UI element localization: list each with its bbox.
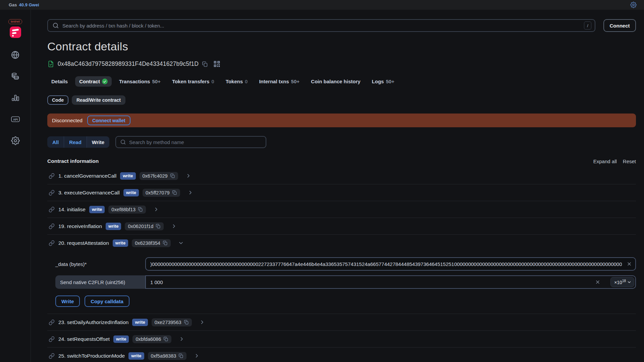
chevron-right-icon[interactable]	[188, 190, 193, 195]
tab-details[interactable]: Details	[47, 76, 72, 87]
tab-contract[interactable]: Contract	[75, 76, 112, 87]
tab-internal-txns[interactable]: Internal txns50+	[255, 76, 304, 87]
globe-icon	[11, 50, 20, 59]
copy-selector-icon[interactable]	[172, 190, 177, 195]
link-icon[interactable]	[49, 319, 55, 325]
sidebar-item-blockchain[interactable]	[8, 48, 23, 61]
chevron-down-icon[interactable]	[178, 240, 183, 245]
method-row-requestAttestation: 20. requestAttestation write 0x6238f354 …	[47, 235, 636, 314]
tab-logs[interactable]: Logs50+	[368, 76, 398, 87]
method-selector: 0xef88bf13	[108, 206, 146, 214]
chevron-down-icon	[627, 280, 631, 284]
data-field-input[interactable]	[145, 257, 636, 271]
sidebar-item-settings[interactable]	[8, 134, 23, 147]
copy-address-icon[interactable]	[202, 61, 208, 67]
method-header[interactable]: 14. initialise write 0xef88bf13	[47, 201, 636, 218]
copy-calldata-button[interactable]: Copy calldata	[85, 296, 129, 307]
expand-all-link[interactable]: Expand all	[593, 159, 617, 164]
method-selector: 0x67fc4029	[140, 172, 178, 180]
write-badge: write	[132, 319, 148, 326]
wallet-status-banner: Disconnected Connect wallet	[47, 114, 636, 127]
copy-selector-icon[interactable]	[163, 336, 168, 342]
filter-all[interactable]: All	[47, 136, 64, 148]
method-header[interactable]: 24. setRequestsOffset write 0xbfda6086	[47, 331, 636, 347]
write-badge: write	[128, 352, 144, 360]
method-type-filter: All Read Write	[47, 136, 109, 148]
global-search-input[interactable]	[62, 23, 584, 29]
gas-label: Gas	[9, 2, 17, 7]
flare-logo[interactable]	[10, 27, 21, 38]
method-header[interactable]: 23. setDailyAuthorizedInflation write 0x…	[47, 314, 636, 330]
chevron-right-icon[interactable]	[154, 207, 159, 212]
subtab-read-write[interactable]: Read/Write contract	[72, 95, 125, 105]
link-icon[interactable]	[49, 207, 55, 213]
write-badge: write	[113, 239, 128, 247]
reset-link[interactable]: Reset	[623, 159, 636, 164]
method-header[interactable]: 1. cancelGovernanceCall write 0x67fc4029	[47, 168, 636, 184]
method-search[interactable]	[115, 136, 266, 148]
copy-selector-icon[interactable]	[156, 224, 161, 229]
sidebar-item-charts[interactable]	[8, 91, 23, 104]
method-search-input[interactable]	[129, 139, 262, 145]
method-selector: 0xbfda6086	[132, 335, 171, 343]
link-icon[interactable]	[49, 240, 55, 246]
settings-gear-icon[interactable]	[630, 2, 637, 8]
write-badge: write	[120, 172, 136, 180]
qr-code-icon[interactable]	[213, 60, 220, 67]
chevron-right-icon[interactable]	[171, 224, 176, 229]
method-header[interactable]: 3. executeGovernanceCall write 0x5ff2707…	[47, 184, 636, 201]
global-search[interactable]: /	[47, 19, 595, 32]
contract-verified-check-icon	[102, 79, 108, 84]
tab-coin-balance-history[interactable]: Coin balance history	[307, 76, 365, 87]
method-actions: Write Copy calldata	[55, 296, 636, 307]
chevron-right-icon[interactable]	[194, 353, 199, 358]
tab-transactions[interactable]: Transactions50+	[115, 76, 165, 87]
chevron-right-icon[interactable]	[186, 173, 191, 178]
clear-input-icon[interactable]	[627, 261, 632, 267]
contract-subtabs: Code Read/Write contract	[47, 95, 636, 105]
link-icon[interactable]	[49, 336, 55, 342]
connect-button[interactable]: Connect	[603, 19, 636, 32]
write-badge: write	[106, 223, 121, 230]
write-button[interactable]: Write	[55, 296, 80, 307]
search-icon	[120, 139, 126, 145]
method-header[interactable]: 25. switchToProductionMode write 0xf5a98…	[47, 348, 636, 362]
filter-write[interactable]: Write	[87, 136, 109, 148]
copy-selector-icon[interactable]	[163, 240, 168, 245]
copy-selector-icon[interactable]	[178, 353, 183, 358]
native-value-label: Send native C2FLR (uint256)	[55, 275, 145, 289]
sidebar-item-api[interactable]: API	[8, 112, 23, 126]
method-selector: 0xe2739563	[152, 318, 192, 326]
link-icon[interactable]	[49, 353, 55, 359]
sidebar-item-tokens[interactable]	[8, 70, 23, 83]
page-title: Contract details	[47, 40, 636, 53]
api-icon: API	[10, 115, 20, 124]
write-badge: write	[89, 206, 105, 213]
link-icon[interactable]	[49, 190, 55, 196]
chevron-right-icon[interactable]	[200, 320, 205, 325]
subtab-code[interactable]: Code	[47, 95, 68, 105]
copy-selector-icon[interactable]	[184, 320, 189, 325]
copy-selector-icon[interactable]	[170, 173, 175, 178]
gas-value: 40.9 Gwei	[19, 2, 39, 7]
chevron-right-icon[interactable]	[179, 336, 184, 342]
copy-selector-icon[interactable]	[138, 207, 143, 212]
method-header[interactable]: 19. receiveInflation write 0x06201f1d	[47, 218, 636, 234]
slash-shortcut-key: /	[584, 21, 591, 30]
method-form: _data (bytes)* Send native C2FLR (uint25…	[47, 251, 636, 314]
connect-wallet-button[interactable]: Connect wallet	[87, 116, 130, 125]
tab-token-transfers[interactable]: Token transfers0	[168, 76, 218, 87]
method-row-receiveInflation: 19. receiveInflation write 0x06201f1d	[47, 218, 636, 235]
clear-input-icon[interactable]	[595, 279, 600, 285]
tab-tokens[interactable]: Tokens0	[222, 76, 252, 87]
method-row-executeGovernanceCall: 3. executeGovernanceCall write 0x5ff2707…	[47, 184, 636, 201]
top-gas-bar: Gas 40.9 Gwei	[0, 0, 644, 10]
method-header[interactable]: 20. requestAttestation write 0x6238f354	[47, 235, 636, 251]
multiplier-dropdown[interactable]: ×1018	[610, 277, 634, 287]
native-value-input[interactable]	[145, 275, 636, 289]
filter-read[interactable]: Read	[64, 136, 87, 148]
link-icon[interactable]	[49, 223, 55, 229]
gas-tracker[interactable]: Gas 40.9 Gwei	[9, 2, 39, 7]
link-icon[interactable]	[49, 173, 55, 179]
sidebar-nav: API	[8, 48, 23, 147]
